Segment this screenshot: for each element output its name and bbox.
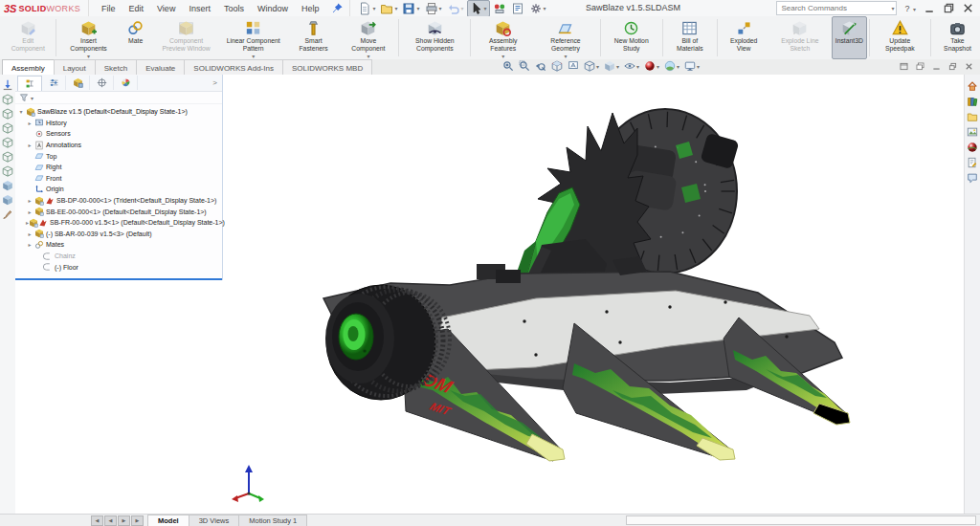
zoom-to-fit-button[interactable] — [501, 60, 515, 72]
dropdown-caret-icon[interactable]: ▾ — [394, 5, 397, 11]
tree-item[interactable]: Top — [15, 150, 222, 162]
dropdown-caret-icon[interactable]: ▾ — [616, 63, 619, 70]
expand-arrow-icon[interactable]: ▸ — [26, 230, 33, 237]
menu-help[interactable]: Help — [295, 0, 326, 16]
tab-motion-study-1[interactable]: Motion Study 1 — [238, 515, 307, 526]
close-icon[interactable] — [962, 2, 974, 14]
new-motion-study-button[interactable]: New Motion Study — [603, 16, 660, 59]
instant3d-button[interactable]: Instant3D — [832, 16, 867, 59]
panel-tab-featuremanager-tree[interactable] — [17, 76, 42, 91]
expand-arrow-icon[interactable]: ▸ — [26, 197, 33, 204]
menu-window[interactable]: Window — [251, 0, 295, 16]
update-speedpak-button[interactable]: Update Speedpak — [871, 16, 928, 59]
expand-arrow-icon[interactable]: ▾ — [17, 108, 25, 115]
last-tab-icon[interactable]: ▶ — [131, 515, 144, 526]
panel-splitter[interactable] — [15, 278, 222, 280]
pushpin-icon[interactable] — [331, 2, 344, 14]
normal-to-icon[interactable] — [2, 79, 13, 91]
view-palette-icon[interactable] — [967, 126, 978, 138]
dropdown-caret-icon[interactable]: ▾ — [461, 5, 464, 11]
tab-assembly[interactable]: Assembly — [2, 59, 55, 75]
print-button[interactable]: ▾ — [423, 1, 444, 16]
dynamic-annotation-button[interactable] — [567, 60, 580, 72]
tree-item[interactable]: Chainz — [15, 251, 222, 262]
dropdown-caret-icon[interactable]: ▾ — [367, 53, 369, 59]
tab-sketch[interactable]: Sketch — [95, 59, 137, 75]
tab-evaluate[interactable]: Evaluate — [136, 59, 185, 75]
view-settings-button[interactable]: ▾ — [683, 60, 701, 72]
file-properties-button[interactable] — [509, 1, 526, 16]
next-tab-icon[interactable]: ▶ — [118, 515, 130, 526]
restore-doc-icon[interactable] — [947, 61, 958, 72]
panel-tab-displaymanager[interactable] — [114, 76, 138, 90]
tree-item[interactable]: Front — [15, 173, 222, 185]
custom-properties-icon[interactable] — [967, 157, 978, 168]
rebuild-button[interactable] — [491, 1, 508, 16]
help-button[interactable]: ? ▾ — [904, 4, 916, 13]
dropdown-caret-icon[interactable]: ▾ — [439, 5, 442, 11]
tree-item[interactable]: Origin — [15, 184, 222, 195]
zoom-to-area-button[interactable] — [518, 60, 531, 72]
home-icon[interactable] — [967, 80, 978, 92]
panel-tab-configurationmanager[interactable] — [66, 76, 90, 90]
dropdown-caret-icon[interactable]: ▾ — [544, 5, 546, 11]
tree-item[interactable]: ▸Mates — [15, 239, 222, 251]
minimize-doc-icon[interactable] — [931, 61, 942, 72]
move-component-button[interactable]: Move Component▾ — [340, 16, 396, 59]
isometric-view-cube-icon[interactable] — [2, 165, 13, 177]
tree-item[interactable]: Sensors — [15, 128, 222, 140]
tab-layout[interactable]: Layout — [54, 59, 96, 75]
linear-component-pattern-button[interactable]: Linear Component Pattern▾ — [220, 16, 287, 59]
save-button[interactable]: ▾ — [400, 1, 421, 16]
filter-funnel-icon[interactable] — [19, 93, 29, 102]
appearance-brush-icon[interactable] — [2, 208, 13, 220]
hide-show-items-button[interactable]: ▾ — [623, 60, 640, 72]
shaded-cube-icon[interactable] — [2, 194, 13, 206]
top-view-cube-icon[interactable] — [2, 151, 13, 163]
expand-arrow-icon[interactable]: ▸ — [26, 120, 33, 126]
search-caret-icon[interactable]: ▾ — [891, 5, 894, 11]
dropdown-caret-icon[interactable]: ▾ — [596, 63, 599, 70]
menu-insert[interactable]: Insert — [182, 0, 217, 16]
assembly-features-button[interactable]: Assembly Features▾ — [473, 16, 533, 59]
smart-fasteners-button[interactable]: Smart Fasteners — [287, 16, 341, 59]
tree-filter-row[interactable]: ▾ — [15, 92, 222, 104]
previous-view-button[interactable] — [534, 60, 547, 72]
shaded-edges-cube-icon[interactable] — [2, 180, 13, 191]
left-view-cube-icon[interactable] — [2, 122, 13, 134]
cascade-window-icon[interactable] — [915, 61, 925, 72]
new-document-button[interactable]: ▾ — [356, 1, 377, 16]
design-library-icon[interactable] — [967, 96, 978, 107]
tree-item[interactable]: ▾SawBlaze v1.5 (Default<Default_Display … — [15, 106, 222, 118]
dropdown-caret-icon[interactable]: ▾ — [501, 53, 504, 59]
select-cursor-button[interactable]: ▾ — [467, 0, 490, 17]
tree-item[interactable]: ▸(-) SB-AR-00-039 v1.5<3> (Default) — [15, 229, 222, 240]
tree-item[interactable]: ▸SB-FR-00-000 v1.5<1> (Default<Default_D… — [15, 217, 222, 229]
view-orientation-button[interactable]: ▾ — [583, 60, 600, 72]
menu-file[interactable]: File — [95, 0, 122, 16]
expand-arrow-icon[interactable]: ▸ — [26, 208, 33, 215]
dropdown-caret-icon[interactable]: ▾ — [677, 63, 679, 70]
dropdown-caret-icon[interactable]: ▾ — [484, 5, 487, 11]
dropdown-caret-icon[interactable]: ▾ — [372, 5, 375, 11]
bill-of-materials-button[interactable]: Bill of Materials — [665, 16, 715, 59]
menu-view[interactable]: View — [150, 0, 182, 16]
exploded-view-button[interactable]: Exploded View — [720, 16, 768, 59]
search-commands-box[interactable]: ▾ — [776, 1, 897, 15]
back-view-cube-icon[interactable] — [2, 108, 13, 120]
mate-button[interactable]: Mate — [119, 16, 153, 59]
tree-item[interactable]: ▸SB-DP-00-000<1> (Trident<Default_Displa… — [15, 195, 222, 207]
prev-tab-icon[interactable]: ◀ — [104, 515, 117, 526]
menu-edit[interactable]: Edit — [122, 0, 151, 16]
dropdown-caret-icon[interactable]: ▾ — [657, 63, 659, 70]
minimize-icon[interactable] — [924, 2, 936, 14]
show-hidden-components-button[interactable]: Show Hidden Components — [401, 16, 468, 59]
front-view-cube-icon[interactable] — [2, 94, 13, 105]
expand-arrow-icon[interactable]: ▸ — [26, 241, 33, 248]
dropdown-caret-icon[interactable]: ▾ — [564, 53, 567, 59]
display-style-button[interactable]: ▾ — [603, 60, 620, 72]
dropdown-caret-icon[interactable]: ▾ — [697, 63, 700, 70]
search-input[interactable] — [779, 3, 890, 13]
take-snapshot-button[interactable]: Take Snapshot — [933, 16, 980, 59]
dropdown-caret-icon[interactable]: ▾ — [87, 53, 90, 59]
